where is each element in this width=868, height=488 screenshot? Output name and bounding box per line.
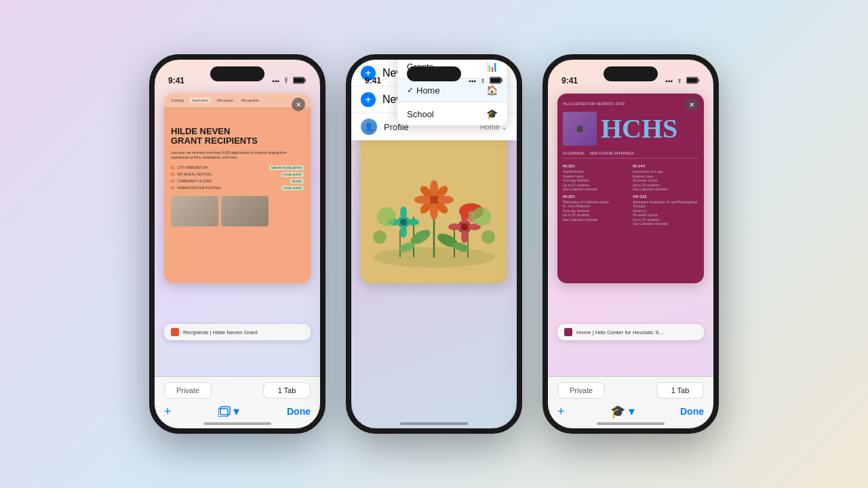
home-indicator-3 — [597, 422, 665, 425]
list-item: 01 CITY ARBORETUM NATURE INSTALLATION — [171, 165, 304, 170]
home-indicator-1 — [203, 422, 271, 425]
item-name: CITY ARBORETUM — [178, 165, 208, 169]
card-close-1[interactable]: ✕ — [292, 98, 305, 111]
phone-left: 9:41 ▪▪▪ Funding Application Allocations… — [149, 54, 326, 434]
tab-allocations: Allocations — [215, 98, 235, 103]
card-images-1 — [171, 196, 304, 226]
item-tag: NATURE INSTALLATION — [269, 165, 304, 170]
main-tab-3[interactable]: 1 Tab — [656, 382, 704, 399]
hchs-col-1: IN-201 Applied EthicsEugene LemyFive-day… — [563, 164, 629, 226]
bottom-bar-1: Private 1 Tab + ▾ Done — [155, 376, 320, 428]
list-item: 04 ANIMATION FILM FESTIVAL LOCAL EVENT — [171, 186, 304, 190]
battery-icon-1 — [293, 77, 307, 85]
status-icons-1: ▪▪▪ — [272, 77, 307, 85]
time-3: 9:41 — [561, 76, 578, 85]
item-num: 04 — [171, 186, 175, 190]
phone-middle: 9:41 ▪▪▪ ⌄ 🛒 ✕ Sillsource — [346, 54, 522, 434]
hchs-nav: IN LEARNING NEW COURSE OFFERINGS — [563, 151, 698, 159]
tab-recognition: Recognition — [239, 98, 261, 103]
hchs-courses: IN-201 Applied EthicsEugene LemyFive-day… — [563, 164, 698, 226]
favicon-3 — [564, 328, 572, 336]
profile-icon: 👤 — [361, 119, 377, 135]
hchs-col-2: IN-144 Introduction to LogicEugene LemyS… — [633, 164, 698, 226]
item-tag: LOCAL EVENT — [281, 186, 304, 190]
dynamic-island-2 — [407, 66, 461, 81]
list-item: 02 MT. MURAL FESTIVAL LOCAL EVENT — [171, 172, 304, 177]
card-content-1: HILDE NEVENGRANT RECIPIENTS Last year, w… — [164, 108, 311, 283]
url-bar-1[interactable]: Recipients | Hilde Neven Grant — [164, 324, 311, 340]
item-name: COMMUNITY & CARE — [178, 179, 212, 183]
item-tag: LOCAL EVENT — [281, 172, 304, 177]
main-tab-1[interactable]: 1 Tab — [263, 382, 311, 399]
card-content-3: HILLS CENTER FOR HEURISTIC STUD ⬛ HCHS I… — [557, 94, 704, 283]
tab-groups-button-1[interactable]: ▾ — [218, 404, 239, 419]
hchs-text-small: HILLS CENTER FOR HEURISTIC STUD — [563, 99, 698, 106]
time-1: 9:41 — [168, 76, 184, 85]
sub-school-item[interactable]: School 🎓 — [397, 102, 507, 125]
item-num: 03 — [171, 179, 175, 183]
tab-row-3: Private 1 Tab — [557, 382, 704, 399]
svg-rect-47 — [687, 78, 697, 83]
svg-rect-6 — [490, 78, 500, 83]
item-num: 01 — [171, 165, 175, 169]
list-item: 03 COMMUNITY & CARE MURAL — [171, 179, 304, 184]
private-tab-3[interactable]: Private — [557, 382, 605, 399]
item-tag: MURAL — [290, 179, 304, 184]
url-text-3: Home | Hills Center for Heuristic S... — [576, 329, 663, 336]
hchs-logo-area: ⬛ HCHS — [563, 112, 698, 146]
url-bar-3[interactable]: Home | Hills Center for Heuristic S... — [557, 324, 704, 340]
sub-school-label: School — [407, 109, 486, 119]
bottom-actions-3: + 🎓 ▾ Done — [557, 404, 704, 419]
dynamic-island-1 — [210, 66, 264, 81]
card-close-3[interactable]: ✕ — [685, 98, 698, 111]
hchs-header: HILLS CENTER FOR HEURISTIC STUD — [563, 99, 698, 106]
battery-icon-3 — [686, 77, 700, 85]
svg-rect-2 — [218, 409, 228, 417]
tab-funding: Funding — [170, 98, 186, 103]
signal-icon-3: ▪▪▪ — [665, 77, 673, 85]
done-button-1[interactable]: Done — [287, 406, 311, 417]
wifi-icon-2 — [479, 77, 487, 85]
url-text-1: Recipients | Hilde Neven Grant — [183, 329, 258, 336]
tab-row-1: Private 1 Tab — [164, 382, 311, 399]
status-icons-3: ▪▪▪ — [665, 77, 700, 85]
add-tab-button-3[interactable]: + — [557, 405, 565, 419]
signal-icon-1: ▪▪▪ — [272, 77, 279, 85]
browser-card-3: ✕ HILLS CENTER FOR HEURISTIC STUD ⬛ HCHS… — [557, 94, 704, 283]
browser-card-1: Funding Application Allocations Recognit… — [164, 94, 311, 283]
tab-application: Application — [190, 98, 210, 103]
card-topbar-1: Funding Application Allocations Recognit… — [164, 94, 311, 108]
card-1-items: 01 CITY ARBORETUM NATURE INSTALLATION 02… — [171, 165, 304, 190]
private-tab-1[interactable]: Private — [164, 382, 212, 399]
add-tab-button-1[interactable]: + — [164, 405, 172, 419]
signal-icon-2: ▪▪▪ — [469, 77, 476, 85]
card-tabs-1: Funding Application Allocations Recognit… — [170, 98, 261, 103]
hchs-img-placeholder: ⬛ — [563, 112, 597, 146]
status-icons-2: ▪▪▪ — [469, 77, 503, 85]
phone-right: 9:41 ▪▪▪ ✕ HILLS CENTER FOR HEURISTIC ST… — [542, 54, 719, 434]
card-img-1 — [171, 196, 218, 226]
wifi-icon-1 — [282, 77, 290, 85]
bottom-bar-3: Private 1 Tab + 🎓 ▾ Done — [548, 376, 713, 428]
favicon-1 — [171, 328, 179, 336]
school-icon: 🎓 — [486, 108, 498, 119]
item-num: 02 — [171, 172, 175, 176]
card-img-2 — [221, 196, 269, 226]
time-2: 9:41 — [365, 76, 381, 85]
hchs-logo-text: HCHS — [601, 115, 677, 142]
svg-rect-3 — [220, 407, 230, 415]
bottom-actions-1: + ▾ Done — [164, 404, 311, 419]
item-name: ANIMATION FILM FESTIVAL — [178, 186, 222, 190]
wifi-icon-3 — [675, 77, 684, 85]
card-1-title: HILDE NEVENGRANT RECIPIENTS — [171, 127, 304, 146]
card-1-body: Last year, we received more than 8,000 a… — [171, 150, 304, 160]
done-button-3[interactable]: Done — [680, 406, 704, 417]
tab-groups-button-3[interactable]: 🎓 ▾ — [610, 404, 635, 419]
svg-rect-1 — [294, 78, 304, 83]
battery-icon-2 — [490, 77, 503, 85]
dynamic-island-3 — [604, 66, 658, 81]
add-icon-from-tab: + — [361, 92, 376, 107]
item-name: MT. MURAL FESTIVAL — [178, 172, 212, 176]
